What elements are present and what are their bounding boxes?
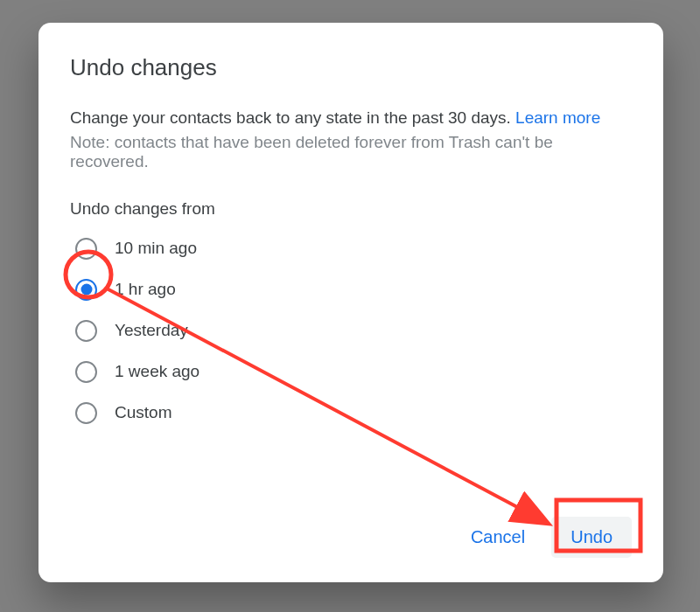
radio-icon [75,402,97,424]
undo-button[interactable]: Undo [551,517,632,558]
dialog-description: Change your contacts back to any state i… [70,106,632,131]
radio-label: Custom [115,403,172,422]
radio-option-yesterday[interactable]: Yesterday [75,320,632,342]
undo-changes-dialog: Undo changes Change your contacts back t… [38,23,663,582]
radio-icon [75,238,97,260]
radio-label: 1 hr ago [115,280,176,299]
dialog-title: Undo changes [70,54,632,81]
radio-group-undo-from: 10 min ago 1 hr ago Yesterday 1 week ago… [70,238,632,424]
radio-icon [75,361,97,383]
radio-icon [75,320,97,342]
dialog-note: Note: contacts that have been deleted fo… [70,133,632,171]
section-label: Undo changes from [70,199,632,219]
radio-label: Yesterday [115,321,188,340]
learn-more-link[interactable]: Learn more [515,108,600,127]
dialog-button-row: Cancel Undo [452,517,632,558]
radio-label: 1 week ago [115,362,200,381]
cancel-button[interactable]: Cancel [452,517,544,558]
radio-option-custom[interactable]: Custom [75,402,632,424]
description-text: Change your contacts back to any state i… [70,108,515,127]
radio-option-1-hr[interactable]: 1 hr ago [75,279,632,301]
radio-option-10-min[interactable]: 10 min ago [75,238,632,260]
radio-option-1-week[interactable]: 1 week ago [75,361,632,383]
radio-label: 10 min ago [115,239,197,258]
radio-icon [75,279,97,301]
